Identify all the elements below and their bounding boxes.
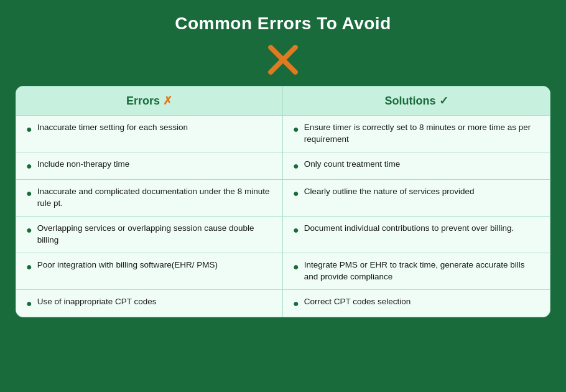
solution-cell: ●Correct CPT codes selection: [283, 290, 550, 317]
bullet-icon: ●: [26, 159, 32, 173]
bullet-icon: ●: [26, 260, 32, 274]
errors-header-label: Errors: [126, 95, 163, 107]
bullet-icon: ●: [26, 223, 32, 237]
solutions-check-icon: ✓: [439, 95, 448, 107]
table-row: ●Include non-therapy time●Only count tre…: [16, 152, 550, 180]
solution-cell: ●Ensure timer is correctly set to 8 minu…: [283, 116, 550, 152]
solutions-header: Solutions ✓: [283, 86, 550, 116]
error-cell: ●Inaccurate and complicated documentatio…: [16, 180, 283, 216]
table-row: ●Poor integration with billing software(…: [16, 253, 550, 290]
solution-text: Only count treatment time: [304, 159, 401, 170]
error-text: Include non-therapy time: [37, 159, 130, 170]
solution-text: Document individual contributions to pre…: [304, 223, 514, 235]
error-text: Overlapping services or overlapping sess…: [37, 223, 272, 246]
error-text: Poor integration with billing software(E…: [37, 259, 218, 271]
bullet-icon: ●: [293, 187, 299, 200]
error-cell: ●Overlapping services or overlapping ses…: [16, 217, 283, 253]
solution-text: Correct CPT codes selection: [304, 296, 411, 308]
solution-text: Integrate PMS or EHR to track time, gene…: [304, 259, 540, 283]
cross-icon: [264, 40, 302, 77]
bullet-icon: ●: [26, 187, 32, 200]
table-row: ●Inaccurate and complicated documentatio…: [16, 180, 550, 217]
table-row: ●Use of inappropriate CPT codes●Correct …: [16, 290, 550, 317]
solutions-header-label: Solutions: [385, 95, 439, 107]
errors-x-icon: ✗: [163, 95, 172, 107]
errors-header: Errors ✗: [16, 86, 283, 116]
error-text: Use of inappropriate CPT codes: [37, 296, 157, 308]
table-row: ●Inaccurate timer setting for each sessi…: [16, 116, 550, 152]
error-cell: ●Include non-therapy time: [16, 152, 283, 179]
page-title: Common Errors To Avoid: [175, 14, 391, 34]
bullet-icon: ●: [293, 123, 299, 136]
error-cell: ●Poor integration with billing software(…: [16, 253, 283, 289]
bullet-icon: ●: [26, 297, 32, 310]
errors-table: Errors ✗ Solutions ✓ ●Inaccurate timer s…: [16, 86, 550, 317]
bullet-icon: ●: [293, 260, 299, 274]
error-text: Inaccurate timer setting for each sessio…: [37, 122, 188, 134]
error-cell: ●Inaccurate timer setting for each sessi…: [16, 116, 283, 152]
solution-text: Ensure timer is correctly set to 8 minut…: [304, 122, 540, 146]
error-cell: ●Use of inappropriate CPT codes: [16, 290, 283, 317]
bullet-icon: ●: [293, 297, 299, 310]
bullet-icon: ●: [293, 159, 299, 173]
table-body: ●Inaccurate timer setting for each sessi…: [16, 116, 550, 317]
x-icon-decoration: [264, 40, 302, 77]
table-header: Errors ✗ Solutions ✓: [16, 86, 550, 116]
solution-cell: ●Integrate PMS or EHR to track time, gen…: [283, 253, 550, 289]
solution-text: Clearly outline the nature of services p…: [304, 186, 475, 198]
bullet-icon: ●: [293, 223, 299, 237]
error-text: Inaccurate and complicated documentation…: [37, 186, 272, 210]
solution-cell: ●Document individual contributions to pr…: [283, 217, 550, 253]
bullet-icon: ●: [26, 123, 32, 136]
solution-cell: ●Only count treatment time: [283, 152, 550, 179]
solution-cell: ●Clearly outline the nature of services …: [283, 180, 550, 216]
table-row: ●Overlapping services or overlapping ses…: [16, 217, 550, 253]
